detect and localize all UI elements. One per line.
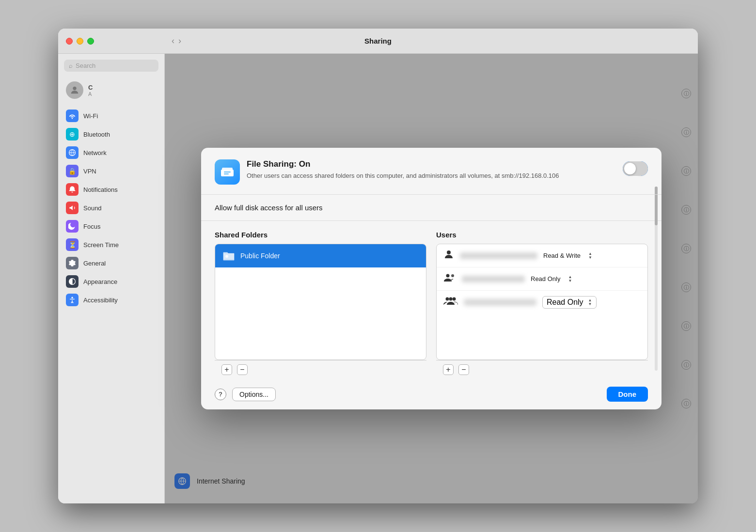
remove-folder-button[interactable]: −	[237, 364, 248, 375]
content-area: ⌕ Search C A Wi-Fi ⊕	[58, 54, 698, 503]
shared-folders-header: Shared Folders	[215, 231, 426, 239]
folders-users-section: Shared Folders	[201, 221, 662, 379]
sidebar-item-network[interactable]: Network	[58, 143, 164, 162]
disk-access-label: Allow full disk access for all users	[215, 203, 648, 212]
add-folder-button[interactable]: +	[221, 364, 232, 375]
modal-header: File Sharing: On Other users can access …	[201, 148, 662, 195]
user-name-blurred	[464, 299, 536, 306]
title-bar: ‹ › Sharing	[58, 29, 698, 54]
sidebar-item-bluetooth[interactable]: ⊕ Bluetooth	[58, 125, 164, 143]
done-button[interactable]: Done	[607, 387, 648, 402]
user-name: C	[88, 84, 93, 91]
vpn-icon: 🔒	[66, 165, 79, 177]
sidebar-item-notifications[interactable]: Notifications	[58, 180, 164, 199]
globe-icon	[66, 146, 79, 159]
users-header: Users	[436, 231, 648, 239]
permission-stepper-1[interactable]: ▲ ▼	[588, 252, 592, 260]
gear-icon	[66, 257, 79, 269]
nav-buttons: ‹ ›	[172, 36, 181, 46]
bluetooth-icon: ⊕	[66, 128, 79, 141]
maximize-button[interactable]	[87, 38, 94, 45]
sidebar-item-label: Screen Time	[83, 241, 119, 249]
permission-stepper-2[interactable]: ▲ ▼	[568, 275, 572, 283]
moon-icon	[66, 220, 79, 233]
wifi-icon	[66, 110, 79, 122]
header-text: File Sharing: On Other users can access …	[247, 159, 559, 181]
svg-point-10	[225, 255, 228, 258]
folders-list-controls: + −	[215, 360, 426, 379]
user-name-blurred	[462, 276, 525, 282]
user-row-2: Read Only ▲ ▼	[437, 267, 647, 291]
sidebar-item-accessibility[interactable]: Accessibility	[58, 291, 164, 309]
svg-rect-6	[221, 170, 234, 176]
avatar	[66, 81, 83, 99]
users-col: Users Read & Write	[436, 231, 648, 379]
add-user-button[interactable]: +	[443, 364, 454, 375]
sidebar-item-appearance[interactable]: Appearance	[58, 272, 164, 291]
search-icon: ⌕	[69, 62, 73, 69]
minimize-button[interactable]	[77, 38, 83, 45]
hourglass-icon: ⏳	[66, 238, 79, 251]
window-title: Sharing	[364, 37, 392, 45]
users-list: Read & Write ▲ ▼	[436, 244, 648, 360]
user-permission-readonly-1: Read Only	[531, 275, 560, 282]
permission-select-value: Read Only	[547, 298, 583, 307]
sidebar-item-label: Sound	[83, 204, 102, 212]
sidebar-item-vpn[interactable]: 🔒 VPN	[58, 162, 164, 180]
sidebar-item-label: Wi-Fi	[83, 112, 98, 120]
permission-select-readonly[interactable]: Read Only ▲ ▼	[542, 296, 597, 309]
svg-rect-7	[224, 172, 231, 172]
speaker-icon	[66, 202, 79, 214]
modal-overlay: File Sharing: On Other users can access …	[165, 54, 698, 503]
user-permission-readwrite: Read & Write	[543, 252, 581, 259]
large-group-icon	[443, 296, 458, 309]
options-button[interactable]: Options...	[232, 388, 276, 401]
sidebar-item-label: Appearance	[83, 278, 117, 285]
svg-point-12	[446, 274, 450, 278]
sidebar-item-label: General	[83, 260, 106, 267]
sidebar-item-label: Network	[83, 149, 107, 156]
shared-folders-list: Public Folder	[215, 244, 426, 360]
modal-footer: ? Options... Done	[201, 379, 662, 409]
svg-point-11	[447, 250, 451, 254]
sidebar-user: C A	[58, 78, 164, 103]
user-row-1: Read & Write ▲ ▼	[437, 244, 647, 267]
svg-point-16	[453, 297, 456, 301]
users-list-controls: + −	[436, 360, 648, 379]
sidebar: ⌕ Search C A Wi-Fi ⊕	[58, 54, 165, 503]
forward-arrow-icon[interactable]: ›	[178, 36, 181, 46]
close-button[interactable]	[66, 38, 73, 45]
back-arrow-icon[interactable]: ‹	[172, 36, 174, 46]
main-panel: ⓘ ⓘ ⓘ ⓘ ⓘ ⓘ ⓘ ⓘ ⓘ Internet Sharing	[165, 54, 698, 503]
svg-rect-9	[223, 253, 234, 259]
sidebar-item-label: Accessibility	[83, 297, 118, 304]
sidebar-item-sound[interactable]: Sound	[58, 199, 164, 217]
sidebar-item-wifi[interactable]: Wi-Fi	[58, 107, 164, 125]
help-button[interactable]: ?	[215, 389, 226, 400]
sidebar-item-focus[interactable]: Focus	[58, 217, 164, 235]
sidebar-item-label: Notifications	[83, 186, 118, 193]
disk-access-row: Allow full disk access for all users	[201, 195, 662, 221]
sidebar-item-screentime[interactable]: ⏳ Screen Time	[58, 235, 164, 254]
user-name-blurred	[460, 252, 537, 259]
sidebar-item-label: VPN	[83, 168, 96, 175]
remove-user-button[interactable]: −	[458, 364, 469, 375]
search-bar[interactable]: ⌕ Search	[64, 60, 158, 72]
toggle-knob-off	[624, 163, 636, 174]
user-row-3: Read Only ▲ ▼	[437, 291, 647, 313]
accessibility-icon	[66, 294, 79, 306]
user-info: C A	[88, 84, 93, 97]
svg-point-3	[71, 297, 73, 298]
folder-icon	[222, 249, 236, 263]
modal-scrollbar[interactable]	[655, 187, 658, 371]
sidebar-item-general[interactable]: General	[58, 254, 164, 272]
svg-rect-8	[224, 173, 229, 174]
folder-item-public[interactable]: Public Folder	[215, 244, 426, 267]
svg-point-0	[73, 87, 76, 90]
appearance-icon	[66, 275, 79, 288]
modal-dialog: File Sharing: On Other users can access …	[201, 148, 662, 409]
disk-access-toggle[interactable]	[623, 161, 648, 176]
sidebar-item-label: Bluetooth	[83, 131, 110, 138]
svg-point-14	[446, 297, 449, 301]
search-placeholder: Search	[76, 62, 95, 69]
